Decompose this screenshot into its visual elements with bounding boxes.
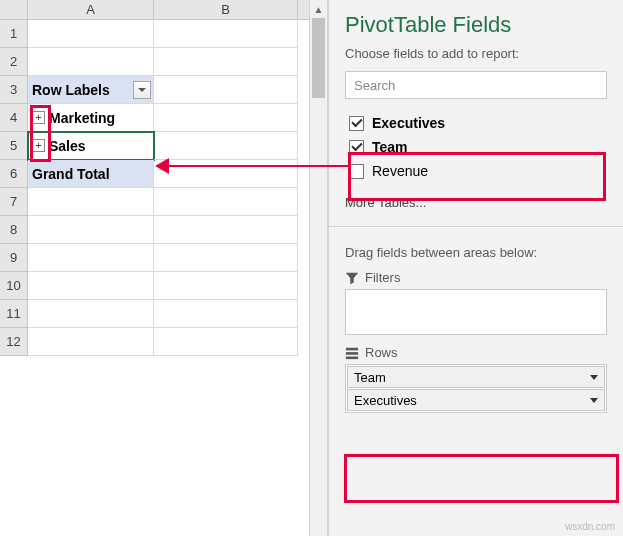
expand-icon[interactable]: +: [32, 111, 45, 124]
cell-A9[interactable]: [28, 244, 154, 272]
row-labels-text: Row Labels: [32, 82, 110, 98]
filter-icon: [345, 271, 359, 285]
row-header-4[interactable]: 4: [0, 104, 28, 132]
cell-B2[interactable]: [154, 48, 298, 76]
cell-B3[interactable]: [154, 76, 298, 104]
rows-label: Rows: [365, 345, 398, 360]
row-header-5[interactable]: 5: [0, 132, 28, 160]
row-header-1[interactable]: 1: [0, 20, 28, 48]
pivot-row-label: Marketing: [49, 110, 115, 126]
cell-B7[interactable]: [154, 188, 298, 216]
field-label: Revenue: [372, 163, 428, 179]
cell-A12[interactable]: [28, 328, 154, 356]
rows-icon: [345, 346, 359, 360]
chevron-down-icon[interactable]: [590, 398, 598, 403]
svg-rect-0: [346, 347, 358, 350]
checkbox-icon[interactable]: [349, 116, 364, 131]
pivot-grand-total[interactable]: Grand Total: [28, 160, 154, 188]
field-item-executives[interactable]: Executives: [345, 111, 607, 135]
field-label: Team: [372, 139, 408, 155]
filters-area-header: Filters: [345, 270, 607, 285]
pivot-row-marketing[interactable]: + Marketing: [28, 104, 154, 132]
cell-B11[interactable]: [154, 300, 298, 328]
cell-B9[interactable]: [154, 244, 298, 272]
cell-A1[interactable]: [28, 20, 154, 48]
svg-rect-1: [346, 352, 358, 355]
cell-B12[interactable]: [154, 328, 298, 356]
row-labels-filter-button[interactable]: [133, 81, 151, 99]
divider: [329, 226, 623, 227]
pivottable-fields-panel: PivotTable Fields Choose fields to add t…: [328, 0, 623, 536]
checkbox-icon[interactable]: [349, 140, 364, 155]
panel-subtitle: Choose fields to add to report:: [329, 46, 623, 71]
cell-B4[interactable]: [154, 104, 298, 132]
row-field-label: Executives: [354, 393, 417, 408]
scroll-thumb[interactable]: [312, 18, 325, 98]
cell-B1[interactable]: [154, 20, 298, 48]
row-field-team[interactable]: Team: [347, 366, 605, 388]
chevron-down-icon[interactable]: [590, 375, 598, 380]
row-header-9[interactable]: 9: [0, 244, 28, 272]
row-field-executives[interactable]: Executives: [347, 389, 605, 411]
pivot-row-labels-header[interactable]: Row Labels: [28, 76, 154, 104]
row-header-6[interactable]: 6: [0, 160, 28, 188]
row-header-10[interactable]: 10: [0, 272, 28, 300]
vertical-scrollbar[interactable]: ▲: [309, 0, 327, 536]
spreadsheet-area: A B 1 2 3 Row Labels: [0, 0, 328, 536]
search-input[interactable]: Search: [345, 71, 607, 99]
column-header-B[interactable]: B: [154, 0, 298, 19]
field-item-team[interactable]: Team: [345, 135, 607, 159]
watermark: wsxdn.com: [565, 521, 615, 532]
areas-label: Drag fields between areas below:: [329, 231, 623, 270]
panel-title: PivotTable Fields: [329, 12, 623, 46]
svg-rect-2: [346, 356, 358, 359]
cell-A2[interactable]: [28, 48, 154, 76]
select-all-corner[interactable]: [0, 0, 28, 19]
field-item-revenue[interactable]: Revenue: [345, 159, 607, 183]
cell-A7[interactable]: [28, 188, 154, 216]
scroll-up-button[interactable]: ▲: [310, 0, 327, 18]
cell-A10[interactable]: [28, 272, 154, 300]
filters-label: Filters: [365, 270, 400, 285]
row-header-12[interactable]: 12: [0, 328, 28, 356]
pivot-row-label: Sales: [49, 138, 86, 154]
field-label: Executives: [372, 115, 445, 131]
cell-B8[interactable]: [154, 216, 298, 244]
cell-B5[interactable]: [154, 132, 298, 160]
row-field-label: Team: [354, 370, 386, 385]
rows-area-header: Rows: [345, 345, 607, 360]
cell-A8[interactable]: [28, 216, 154, 244]
row-header-11[interactable]: 11: [0, 300, 28, 328]
pivot-row-sales[interactable]: + Sales: [28, 132, 154, 160]
more-tables-link[interactable]: More Tables...: [329, 189, 623, 222]
filters-drop-zone[interactable]: [345, 289, 607, 335]
search-placeholder: Search: [354, 78, 395, 93]
cell-A11[interactable]: [28, 300, 154, 328]
checkbox-icon[interactable]: [349, 164, 364, 179]
cell-B10[interactable]: [154, 272, 298, 300]
column-header-A[interactable]: A: [28, 0, 154, 19]
expand-icon[interactable]: +: [32, 139, 45, 152]
row-header-3[interactable]: 3: [0, 76, 28, 104]
row-header-8[interactable]: 8: [0, 216, 28, 244]
row-header-2[interactable]: 2: [0, 48, 28, 76]
row-header-7[interactable]: 7: [0, 188, 28, 216]
annotation-arrow: [155, 162, 350, 170]
rows-drop-zone[interactable]: Team Executives: [345, 364, 607, 413]
